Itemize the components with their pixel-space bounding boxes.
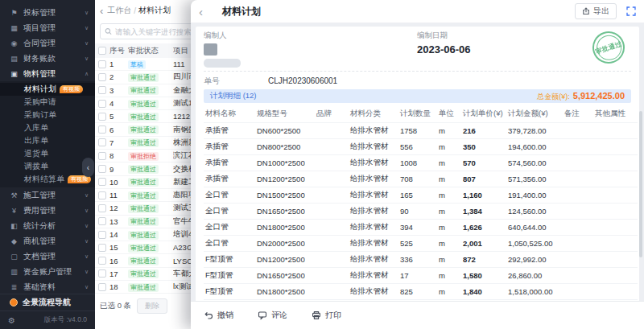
sidebar-item-label: 文档管理: [23, 251, 80, 262]
sidebar-item-material[interactable]: ▣物料管理∧: [0, 66, 95, 81]
detail-cell: [315, 252, 349, 268]
row-checkbox[interactable]: [98, 165, 106, 173]
sidebar-item-finance[interactable]: ▤财务账款∨: [0, 51, 95, 66]
detail-cell: 571,356.00: [506, 171, 563, 187]
row-checkbox[interactable]: [98, 138, 106, 146]
sidebar-item-business[interactable]: ◆商机管理∨: [0, 233, 95, 249]
approval-stamp-text: 审批通过: [594, 39, 623, 56]
detail-cell: [315, 204, 349, 220]
chevron-down-icon: ∨: [85, 284, 89, 290]
row-checkbox[interactable]: [98, 152, 106, 160]
detail-cell: 给排水管材: [349, 187, 398, 204]
detail-cell: DN800*2500: [255, 139, 315, 155]
row-checkbox[interactable]: [98, 113, 106, 121]
total-label: 总金额(¥):: [537, 92, 570, 102]
detail-cell: [563, 284, 593, 300]
row-checkbox[interactable]: [98, 204, 106, 212]
row-checkbox[interactable]: [98, 178, 106, 186]
sidebar-item-docs[interactable]: ▢文档管理∨: [0, 249, 95, 264]
detail-cell: [593, 123, 638, 139]
detail-column-header: 计划单价(¥): [461, 105, 506, 123]
sidebar-subitem-outbound[interactable]: 出库单: [0, 134, 95, 147]
sidebar-item-stats[interactable]: ◧统计分析∨: [0, 218, 95, 233]
row-checkbox[interactable]: [98, 257, 106, 265]
detail-cell: [563, 236, 593, 252]
sidebar-subitem-material-settle[interactable]: 材料结算单有视频: [0, 173, 95, 186]
detail-cell: [563, 252, 593, 268]
scrollbar-thumb[interactable]: [639, 111, 642, 257]
sidebar-subitem-transfer[interactable]: 调拨单: [0, 160, 95, 173]
detail-cell: 给排水管材: [349, 220, 398, 236]
detail-cell: 525: [398, 236, 437, 252]
sidebar-item-construction[interactable]: ⚒施工管理∨: [0, 187, 95, 203]
select-all-checkbox[interactable]: [98, 47, 106, 55]
export-button[interactable]: 导出: [575, 3, 617, 19]
chevron-down-icon: ∨: [85, 192, 89, 199]
row-checkbox[interactable]: [98, 217, 106, 225]
sidebar-subitem-purchase-order[interactable]: 采购订单: [0, 109, 95, 121]
row-checkbox[interactable]: [98, 73, 106, 81]
sidebar-item-funds[interactable]: ▥资金账户管理∨: [0, 264, 95, 279]
breadcrumb-root[interactable]: 工作台: [107, 5, 131, 16]
video-badge: 有视频: [60, 85, 83, 93]
material-icon: ▣: [10, 70, 19, 78]
sidebar-item-contract[interactable]: ◉合同管理∨: [0, 35, 95, 51]
sidebar-subitem-inbound[interactable]: 入库单: [0, 121, 95, 134]
row-checkbox[interactable]: [98, 125, 106, 134]
sidebar-subitem-return[interactable]: 退货单: [0, 147, 95, 160]
flow-nav-icon: [10, 298, 18, 306]
expense-icon: ¥: [10, 207, 19, 215]
detail-column-header: 单位: [437, 105, 461, 123]
gear-icon[interactable]: ⚙: [8, 316, 15, 325]
detail-cell: 292,992.00: [506, 252, 563, 268]
row-checkbox[interactable]: [98, 269, 106, 278]
breadcrumb-back-icon[interactable]: ‹: [100, 6, 103, 16]
sidebar-item-basedata[interactable]: ≣基础资料∨: [0, 279, 95, 294]
detail-cell: [563, 155, 593, 171]
print-button[interactable]: 打印: [312, 310, 341, 321]
comment-button[interactable]: 评论: [258, 310, 287, 321]
detail-row: 全口管DN2000*2500给排水管材525m2,0011,050,525.00: [204, 236, 638, 252]
detail-cell: 350: [461, 139, 506, 155]
building-icon: ▦: [10, 24, 19, 32]
chevron-down-icon: ∨: [85, 238, 89, 245]
detail-cell: m: [437, 204, 461, 220]
detail-cell: [315, 171, 349, 187]
detail-row: 承插管DN600*2500给排水管材1758m216379,728.00: [204, 123, 638, 139]
sidebar-submenu: 材料计划有视频采购申请采购订单入库单出库单退货单调拨单材料结算单有视频: [0, 81, 95, 187]
row-checkbox[interactable]: [98, 231, 106, 239]
row-checkbox[interactable]: [98, 60, 106, 68]
row-checkbox[interactable]: [98, 100, 106, 108]
row-checkbox[interactable]: [98, 86, 106, 94]
sidebar-item-expense[interactable]: ¥费用管理∨: [0, 203, 95, 218]
sidebar-subitem-label: 采购申请: [24, 97, 56, 108]
sidebar-item-label: 投标管理: [23, 7, 80, 19]
row-checkbox[interactable]: [98, 191, 106, 199]
row-number: 9: [109, 165, 128, 174]
sidebar-subitem-purchase-request[interactable]: 采购申请: [0, 96, 95, 109]
detail-column-header: 其他属性: [593, 105, 638, 123]
delete-button[interactable]: 删除: [137, 298, 167, 314]
detail-cell: DN1650*2500: [255, 204, 315, 220]
sidebar-subitem-label: 采购订单: [24, 109, 56, 121]
row-checkbox[interactable]: [98, 244, 106, 252]
chevron-down-icon: ∨: [85, 208, 89, 214]
detail-cell: [563, 123, 593, 139]
detail-cell: 给排水管材: [349, 284, 398, 300]
detail-cell: 给排水管材: [349, 236, 398, 252]
detail-cell: [593, 171, 638, 187]
fullscreen-icon[interactable]: [626, 6, 636, 16]
flow-nav-button[interactable]: 全景流程导航: [0, 294, 95, 310]
selected-count: 已选 0 条: [100, 301, 131, 311]
drawer-action-bar: 撤销 评论 打印: [191, 301, 644, 329]
drawer-back-icon[interactable]: ‹: [199, 6, 203, 18]
sidebar-collapse-button[interactable]: ‹: [82, 158, 94, 177]
undo-button[interactable]: 撤销: [204, 310, 233, 321]
detail-cell: 给排水管材: [349, 123, 398, 139]
detail-row: F型顶管DN1800*2500给排水管材825m1,8401,518,000.0…: [204, 284, 638, 300]
row-checkbox[interactable]: [98, 283, 106, 291]
sidebar-item-bid[interactable]: ⚑投标管理∨: [0, 5, 95, 20]
sidebar-subitem-label: 入库单: [24, 122, 48, 134]
sidebar-item-project[interactable]: ▦项目管理∨: [0, 20, 95, 35]
sidebar-subitem-material-plan[interactable]: 材料计划有视频: [0, 83, 95, 96]
